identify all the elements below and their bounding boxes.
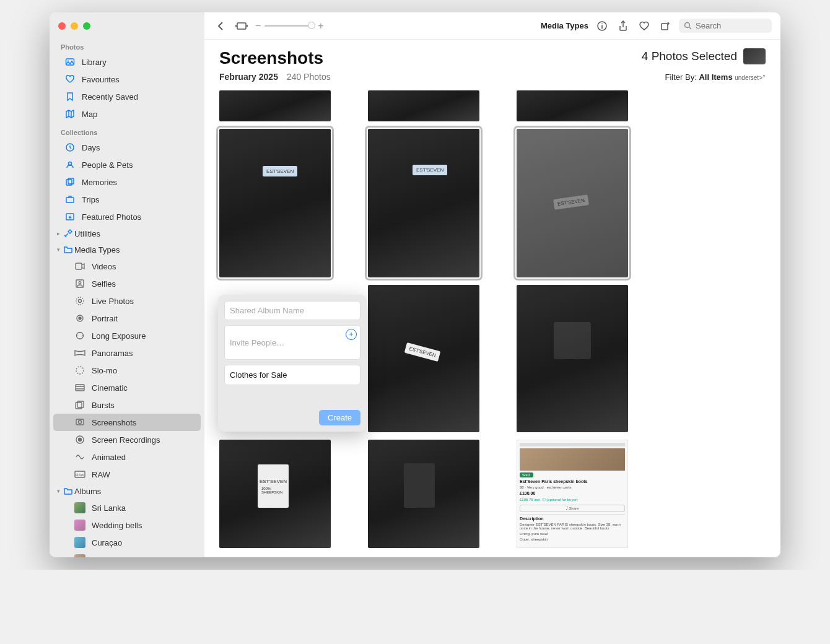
selection-thumbnail (743, 48, 766, 64)
shared-album-popover: + Clothes for Sale Create (218, 295, 367, 432)
create-button[interactable]: Create (319, 410, 360, 425)
sidebar-item-people-pets[interactable]: People & Pets (53, 156, 201, 173)
back-button[interactable] (213, 19, 228, 33)
add-person-button[interactable]: + (346, 329, 357, 340)
sidebar-group-albums[interactable]: ▾Albums (50, 483, 204, 499)
svg-rect-20 (76, 419, 84, 425)
sidebar-item-trips[interactable]: Trips (53, 191, 201, 208)
photo-thumbnail[interactable] (368, 440, 479, 548)
sidebar-item-animated[interactable]: Animated (53, 448, 201, 466)
sidebar-album-sri-lanka[interactable]: Sri Lanka (53, 499, 201, 516)
album-thumbnail (74, 502, 85, 513)
search-input[interactable] (696, 21, 767, 30)
main-content-area: − + Media Types Screenshots 4 Photos Sel… (204, 12, 780, 557)
listing-topbar (520, 443, 625, 446)
existing-album-row[interactable]: Clothes for Sale (224, 365, 360, 385)
sidebar-group-utilities[interactable]: ▸Utilities (50, 225, 204, 242)
sidebar-item-live-photos[interactable]: Live Photos (53, 292, 201, 310)
close-window-button[interactable] (58, 22, 66, 30)
sidebar-item-featured-photos[interactable]: Featured Photos (53, 208, 201, 225)
sidebar-label: Curaçao (92, 538, 122, 547)
sidebar-item-favourites[interactable]: Favourites (53, 71, 201, 88)
rotate-button[interactable] (658, 19, 673, 33)
photo-thumbnail-listing[interactable]: Sold Est'Seven Paris sheepskin boots 38 … (517, 440, 628, 548)
selfie-icon (74, 278, 85, 289)
share-button[interactable] (616, 19, 631, 33)
portrait-icon (74, 313, 85, 324)
clock-icon (64, 142, 76, 153)
favourite-button[interactable] (637, 19, 652, 33)
photo-thumbnail[interactable] (517, 285, 628, 432)
invite-people-input[interactable] (224, 325, 360, 360)
photo-thumbnail-selected[interactable]: EST'SEVEN (219, 129, 331, 277)
photo-tag-label: EST'SEVEN (553, 194, 589, 210)
filter-dropdown[interactable]: Filter By: All Items underset>˅ (665, 72, 766, 82)
minimize-window-button[interactable] (71, 22, 78, 30)
svg-point-21 (79, 420, 82, 424)
panorama-icon (74, 347, 85, 359)
sidebar-item-bursts[interactable]: Bursts (53, 396, 201, 414)
sidebar-label: Screen Recordings (92, 435, 160, 445)
sidebar-label: Portrait (92, 314, 118, 323)
search-field[interactable] (679, 19, 772, 33)
sidebar-label: Cinematic (92, 383, 128, 393)
sidebar-group-media-types[interactable]: ▾Media Types (50, 242, 204, 258)
sidebar-item-panoramas[interactable]: Panoramas (53, 344, 201, 362)
search-icon (684, 22, 692, 30)
photo-thumbnail[interactable] (219, 90, 331, 121)
chevron-down-icon: underset>˅ (735, 74, 766, 81)
svg-point-29 (685, 23, 690, 28)
sidebar-item-screenshots[interactable]: Screenshots (53, 414, 201, 431)
filter-value: All Items (699, 72, 732, 82)
sidebar-item-videos[interactable]: Videos (53, 258, 201, 275)
photo-thumbnail[interactable]: EST'SEVEN100% SHEEPSKIN (219, 440, 331, 548)
selection-status: 4 Photos Selected (642, 48, 766, 64)
fullscreen-window-button[interactable] (83, 22, 90, 30)
shared-album-name-input[interactable] (224, 301, 360, 320)
toolbar-media-types-label[interactable]: Media Types (541, 21, 588, 30)
sidebar-item-recently-saved[interactable]: Recently Saved (53, 88, 201, 105)
sidebar-label: Utilities (74, 229, 100, 238)
sidebar-item-days[interactable]: Days (53, 139, 201, 156)
photo-thumbnail-selected[interactable]: EST'SEVEN (517, 129, 628, 277)
screenshot-icon (74, 417, 85, 428)
sidebar-label: Days (82, 143, 100, 152)
chevron-down-icon: ▾ (55, 488, 62, 494)
svg-rect-28 (662, 24, 668, 30)
raw-icon: RAW (74, 469, 85, 480)
zoom-track[interactable] (264, 25, 314, 27)
photo-thumbnail[interactable] (517, 90, 628, 121)
info-button[interactable] (595, 19, 609, 33)
sidebar-item-slomo[interactable]: Slo-mo (53, 362, 201, 379)
content-subheader: February 2025 240 Photos Filter By: All … (204, 72, 780, 85)
photo-thumbnail[interactable]: EST'SEVEN (368, 285, 479, 432)
aspect-toggle-button[interactable] (234, 19, 249, 33)
sidebar-label: Media Types (74, 245, 120, 255)
sidebar-label: Trips (82, 195, 99, 204)
sidebar-item-screen-recordings[interactable]: Screen Recordings (53, 431, 201, 448)
sidebar-item-library[interactable]: Library (53, 53, 201, 71)
sidebar-album-curacao[interactable]: Curaçao (53, 534, 201, 551)
sidebar-album-wedding-bells[interactable]: Wedding bells (53, 516, 201, 534)
sidebar-label: Sri Lanka (92, 503, 126, 513)
sidebar-item-cinematic[interactable]: Cinematic (53, 379, 201, 396)
zoom-knob[interactable] (308, 22, 315, 29)
sidebar-item-selfies[interactable]: Selfies (53, 275, 201, 292)
sidebar-label: Screenshots (92, 418, 136, 427)
sidebar-item-memories[interactable]: Memories (53, 173, 201, 191)
photo-thumbnail-selected[interactable]: EST'SEVEN (368, 129, 479, 277)
album-thumbnail (74, 520, 85, 531)
sidebar-album-miles-turns-1[interactable]: Miles turns 1 (53, 551, 201, 557)
svg-point-23 (79, 438, 82, 442)
sidebar-label: Slo-mo (92, 366, 117, 375)
zoom-slider[interactable]: − + (255, 20, 324, 32)
toolbar: − + Media Types (204, 12, 780, 40)
photo-tag-label: EST'SEVEN (260, 479, 287, 484)
svg-point-16 (76, 367, 84, 374)
sidebar-item-long-exposure[interactable]: Long Exposure (53, 327, 201, 344)
photo-thumbnail[interactable] (368, 90, 479, 121)
slomo-icon (74, 365, 85, 376)
sidebar-item-portrait[interactable]: Portrait (53, 310, 201, 327)
sidebar-item-raw[interactable]: RAWRAW (53, 466, 201, 483)
sidebar-item-map[interactable]: Map (53, 105, 201, 123)
